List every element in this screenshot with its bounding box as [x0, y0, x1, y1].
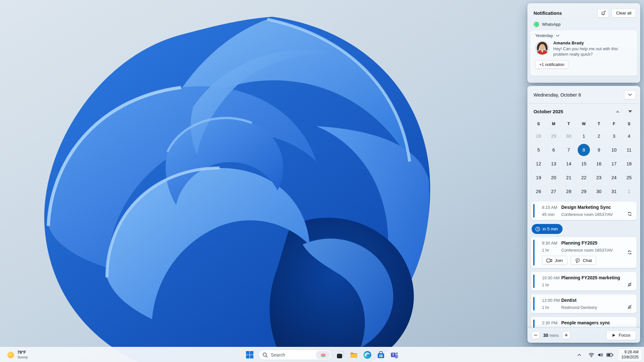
calendar-day[interactable]: 22 — [576, 171, 592, 184]
calendar-day[interactable]: 18 — [621, 157, 637, 171]
quick-settings-button[interactable] — [585, 349, 616, 361]
clear-all-button[interactable]: Clear all — [611, 8, 636, 18]
calendar-day[interactable]: 25 — [621, 171, 637, 184]
calendar-day[interactable]: 28 — [561, 184, 576, 198]
event-duration: 1 hr — [542, 305, 561, 310]
chevron-down-icon — [628, 93, 632, 96]
calendar-day[interactable]: 24 — [606, 171, 621, 184]
calendar-day[interactable]: 2 — [591, 129, 606, 143]
magnifier-icon — [262, 352, 268, 358]
calendar-day[interactable]: 19 — [531, 171, 546, 184]
do-not-disturb-button[interactable] — [597, 8, 609, 18]
decrease-duration-button[interactable] — [532, 331, 540, 339]
microsoft-store-button[interactable] — [374, 348, 387, 361]
previous-month-button[interactable] — [616, 110, 620, 113]
play-icon — [612, 333, 616, 337]
calendar-day[interactable]: 15 — [576, 157, 592, 171]
calendar-day[interactable]: 1 — [621, 184, 637, 198]
calendar-day-selected[interactable]: 8 — [576, 143, 592, 157]
calendar-day[interactable]: 26 — [531, 184, 546, 198]
file-explorer-button[interactable] — [347, 348, 360, 361]
search-input[interactable] — [271, 352, 319, 357]
calendar-collapse-button[interactable] — [624, 90, 636, 99]
task-view-button[interactable] — [334, 348, 346, 361]
calendar-day[interactable]: 12 — [531, 157, 546, 171]
clock-button[interactable]: 9:28 AM 10/8/2025 — [618, 348, 642, 361]
teams-button[interactable]: T — [388, 348, 401, 361]
increase-duration-button[interactable] — [562, 331, 570, 339]
calendar-day[interactable]: 23 — [591, 171, 606, 184]
calendar-day-headers: SMTWTFS — [528, 119, 640, 128]
calendar-month-label: October 2025 — [534, 109, 607, 114]
whatsapp-icon — [534, 22, 539, 27]
event-card[interactable]: 12:00 PM Dentist 1 hr Redmond Dentistry — [531, 294, 637, 313]
chat-button[interactable]: Chat — [571, 256, 597, 265]
taskbar: 78°F Sunny — [0, 347, 644, 362]
taskbar-search[interactable] — [258, 349, 332, 360]
event-duration: 45 min — [542, 212, 561, 217]
day-of-week-label: F — [606, 122, 621, 126]
windows-logo-icon — [246, 351, 254, 359]
calendar-day[interactable]: 17 — [606, 157, 621, 171]
calendar-day[interactable]: 3 — [606, 129, 621, 143]
chevron-up-icon — [577, 354, 581, 356]
event-card[interactable]: 2:30 PM People managers sync — [531, 317, 637, 328]
calendar-day[interactable]: 5 — [531, 143, 546, 157]
edge-icon — [363, 351, 372, 359]
notifications-header: Notifications Clear all — [528, 4, 640, 20]
event-card[interactable]: 10:30 AM Planning FY2025 marketing 1 hr — [531, 272, 637, 291]
start-focus-button[interactable]: Focus — [606, 330, 636, 340]
day-of-week-label: S — [531, 122, 546, 126]
edge-browser-button[interactable] — [361, 348, 374, 361]
more-notifications-button[interactable]: +1 notification — [535, 60, 568, 69]
search-highlight-chip[interactable] — [316, 351, 330, 359]
weather-widget[interactable]: 78°F Sunny — [4, 347, 31, 362]
calendar-day[interactable]: 7 — [561, 143, 576, 157]
calendar-day[interactable]: 16 — [591, 157, 606, 171]
calendar-day[interactable]: 27 — [546, 184, 561, 198]
calendar-day[interactable]: 21 — [561, 171, 576, 184]
calendar-day[interactable]: 31 — [606, 184, 621, 198]
notification-card[interactable]: Yesterday — [530, 30, 637, 76]
tray-time: 9:28 AM — [621, 350, 639, 355]
plus-icon — [564, 333, 568, 337]
next-month-button[interactable] — [628, 110, 632, 113]
event-time: 2:30 PM — [542, 320, 561, 325]
chevron-down-icon[interactable] — [556, 34, 560, 37]
day-of-week-label: M — [546, 122, 561, 126]
event-card[interactable]: 9:30 AM Planning FY2025 1 hr Conference … — [531, 237, 637, 268]
calendar-day[interactable]: 28 — [531, 129, 546, 143]
chat-label: Chat — [583, 258, 592, 263]
calendar-day[interactable]: 29 — [576, 184, 592, 198]
notifications-title: Notifications — [534, 11, 562, 16]
calendar-day[interactable]: 4 — [621, 129, 637, 143]
weather-condition: Sunny — [17, 355, 28, 359]
calendar-day[interactable]: 10 — [606, 143, 621, 157]
calendar-day[interactable]: 30 — [591, 184, 606, 198]
calendar-day[interactable]: 1 — [576, 129, 592, 143]
calendar-day[interactable]: 14 — [561, 157, 576, 171]
start-button[interactable] — [243, 348, 256, 361]
event-location: Conference room 16537/AV — [561, 248, 632, 253]
event-card[interactable]: 8:15 AM Design Marketing Sync 45 min Con… — [531, 201, 637, 220]
notification-group-header: WhatsApp — [528, 20, 640, 27]
event-accent-bar — [533, 240, 535, 265]
event-accent-bar — [533, 274, 535, 288]
event-accent-bar — [533, 297, 535, 311]
calendar-day[interactable]: 9 — [591, 143, 606, 157]
agenda-list: 8:15 AM Design Marketing Sync 45 min Con… — [528, 201, 640, 328]
calendar-day[interactable]: 11 — [621, 143, 637, 157]
calendar-day[interactable]: 13 — [546, 157, 561, 171]
calendar-day[interactable]: 20 — [546, 171, 561, 184]
join-meeting-button[interactable]: Join — [542, 256, 567, 265]
weather-temperature: 78°F — [17, 350, 28, 355]
hidden-icons-button[interactable] — [575, 349, 584, 360]
calendar-day[interactable]: 30 — [561, 129, 576, 143]
lotus-flower-icon — [320, 351, 327, 358]
calendar-day[interactable]: 29 — [546, 129, 561, 143]
meeting-reminder-badge: in 5 min — [532, 224, 563, 234]
day-of-week-label: T — [561, 122, 576, 126]
recurring-icon — [627, 211, 632, 217]
avatar — [535, 41, 549, 55]
calendar-day[interactable]: 6 — [546, 143, 561, 157]
